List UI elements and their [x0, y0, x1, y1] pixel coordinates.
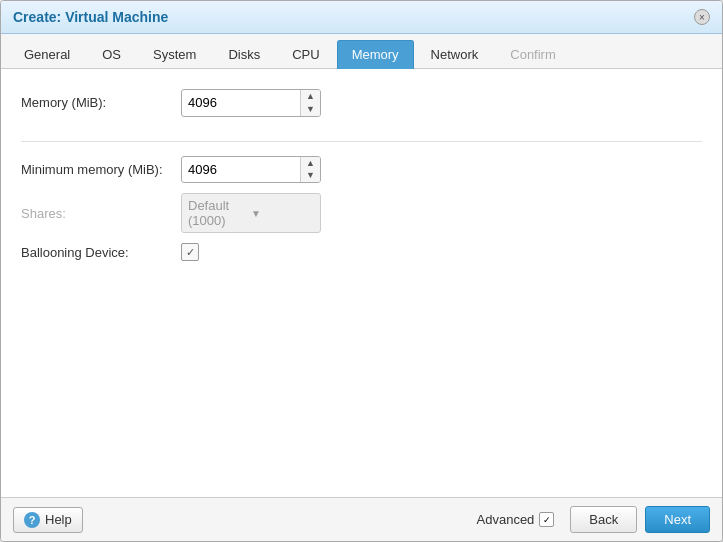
footer: ? Help Advanced ✓ Back Next	[1, 497, 722, 541]
help-icon: ?	[24, 512, 40, 528]
tab-general[interactable]: General	[9, 40, 85, 68]
dialog-title: Create: Virtual Machine	[13, 9, 168, 25]
back-button[interactable]: Back	[570, 506, 637, 533]
min-memory-arrows: ▲ ▼	[300, 157, 320, 183]
tab-system[interactable]: System	[138, 40, 211, 68]
min-memory-input[interactable]	[182, 158, 300, 181]
ballooning-checkmark: ✓	[186, 246, 195, 259]
tab-memory[interactable]: Memory	[337, 40, 414, 69]
memory-arrows: ▲ ▼	[300, 90, 320, 116]
memory-down-arrow[interactable]: ▼	[301, 103, 320, 116]
memory-section: Memory (MiB): ▲ ▼	[21, 89, 702, 142]
advanced-checkmark: ✓	[543, 515, 551, 525]
title-bar: Create: Virtual Machine ×	[1, 1, 722, 34]
memory-input[interactable]	[182, 91, 300, 114]
dialog: Create: Virtual Machine × General OS Sys…	[0, 0, 723, 542]
shares-value: Default (1000)	[188, 198, 251, 228]
tab-bar: General OS System Disks CPU Memory Netwo…	[1, 34, 722, 69]
advanced-group: Advanced ✓	[477, 512, 555, 527]
close-button[interactable]: ×	[694, 9, 710, 25]
next-button[interactable]: Next	[645, 506, 710, 533]
min-memory-row: Minimum memory (MiB): ▲ ▼	[21, 156, 702, 184]
tab-network[interactable]: Network	[416, 40, 494, 68]
help-button[interactable]: ? Help	[13, 507, 83, 533]
min-memory-spinbox[interactable]: ▲ ▼	[181, 156, 321, 184]
memory-row: Memory (MiB): ▲ ▼	[21, 89, 702, 117]
ballooning-label: Ballooning Device:	[21, 245, 181, 260]
advanced-checkbox[interactable]: ✓	[539, 512, 554, 527]
memory-up-arrow[interactable]: ▲	[301, 90, 320, 103]
ballooning-row: Ballooning Device: ✓	[21, 243, 702, 261]
shares-label: Shares:	[21, 206, 181, 221]
min-memory-down-arrow[interactable]: ▼	[301, 169, 320, 182]
help-label: Help	[45, 512, 72, 527]
form-content: Memory (MiB): ▲ ▼ Minimum memory (MiB): …	[1, 69, 722, 497]
tab-cpu[interactable]: CPU	[277, 40, 334, 68]
footer-left: ? Help	[13, 507, 83, 533]
tab-os[interactable]: OS	[87, 40, 136, 68]
min-memory-up-arrow[interactable]: ▲	[301, 157, 320, 170]
ballooning-checkbox[interactable]: ✓	[181, 243, 199, 261]
shares-dropdown-arrow: ▼	[251, 208, 314, 219]
tab-confirm: Confirm	[495, 40, 571, 68]
memory-spinbox[interactable]: ▲ ▼	[181, 89, 321, 117]
shares-row: Shares: Default (1000) ▼	[21, 193, 702, 233]
advanced-label: Advanced	[477, 512, 535, 527]
shares-dropdown[interactable]: Default (1000) ▼	[181, 193, 321, 233]
min-memory-label: Minimum memory (MiB):	[21, 162, 181, 177]
memory-label: Memory (MiB):	[21, 95, 181, 110]
tab-disks[interactable]: Disks	[213, 40, 275, 68]
footer-right: Advanced ✓ Back Next	[477, 506, 710, 533]
